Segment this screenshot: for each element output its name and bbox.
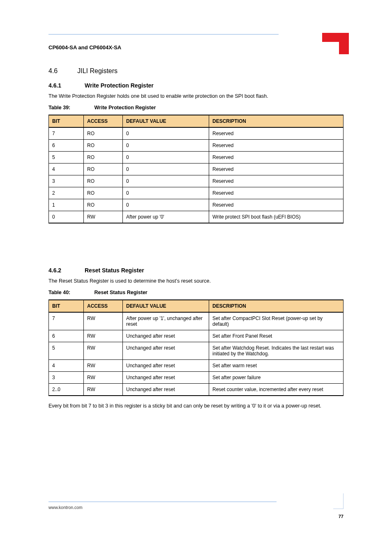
cell-bit: 2..0 [49, 383, 84, 396]
col-header-default: DEFAULT VALUE [123, 115, 209, 127]
cell-desc: Reset counter value, incremented after e… [209, 383, 344, 396]
subsection-title: Write Protection Register [85, 82, 154, 89]
cell-desc: Reserved [209, 139, 344, 151]
cell-bit: 7 [49, 127, 84, 140]
cell-access: RO [84, 127, 123, 140]
col-header-description: DESCRIPTION [209, 300, 344, 312]
section-number: 4.6 [48, 67, 58, 75]
table-caption-prefix: Table 39: [48, 105, 93, 111]
table-row: 5RWUnchanged after resetSet after Watchd… [49, 342, 344, 359]
cell-bit: 2 [49, 187, 84, 199]
subsection-paragraph: The Reset Status Register is used to det… [48, 278, 344, 285]
cell-def: 0 [123, 127, 209, 140]
cell-access: RW [84, 359, 123, 371]
cell-bit: 5 [49, 151, 84, 163]
cell-def: 0 [123, 151, 209, 163]
subsection-heading: 4.6.2 Reset Status Register [48, 267, 344, 274]
cell-desc: Set after power failure [209, 371, 344, 383]
cell-bit: 1 [49, 199, 84, 211]
cell-desc: Set after Watchdog Reset. Indicates the … [209, 342, 344, 359]
cell-access: RO [84, 139, 123, 151]
brand-bar-vertical [339, 33, 349, 54]
cell-def: 0 [123, 139, 209, 151]
cell-access: RW [84, 383, 123, 396]
subsection-note: Every bit from bit 7 to bit 3 in this re… [48, 403, 344, 410]
footer-rule [48, 502, 277, 502]
table-row: 3RWUnchanged after resetSet after power … [49, 371, 344, 383]
subsection-number: 4.6.1 [48, 82, 68, 89]
cell-def: 0 [123, 199, 209, 211]
cell-bit: 3 [49, 175, 84, 187]
section-title: JILI Registers [77, 67, 118, 75]
cell-def: 0 [123, 187, 209, 199]
cell-access: RW [84, 371, 123, 383]
cell-bit: 7 [49, 312, 84, 330]
table-row: 2RO0Reserved [49, 187, 344, 199]
table-header-row: BIT ACCESS DEFAULT VALUE DESCRIPTION [49, 115, 344, 127]
cell-access: RW [84, 211, 123, 223]
table-row: 3RO0Reserved [49, 175, 344, 187]
table-row: 6RWUnchanged after resetSet after Front … [49, 330, 344, 342]
cell-desc: Reserved [209, 187, 344, 199]
cell-bit: 5 [49, 342, 84, 359]
col-header-description: DESCRIPTION [209, 115, 344, 127]
footer: www.kontron.com [48, 505, 344, 510]
cell-access: RO [84, 187, 123, 199]
col-header-default: DEFAULT VALUE [123, 300, 209, 312]
col-header-access: ACCESS [84, 300, 123, 312]
cell-desc: Write protect SPI boot flash (uEFI BIOS) [209, 211, 344, 223]
table-caption-title: Reset Status Register [94, 290, 147, 295]
table-row: 4RWUnchanged after resetSet after warm r… [49, 359, 344, 371]
cell-def: Unchanged after reset [123, 371, 209, 383]
section-heading: 4.6 JILI Registers [48, 67, 344, 75]
cell-access: RO [84, 199, 123, 211]
cell-def: 0 [123, 175, 209, 187]
cell-access: RW [84, 342, 123, 359]
reset-status-register-table: BIT ACCESS DEFAULT VALUE DESCRIPTION 7RW… [48, 299, 344, 396]
subsection-paragraph: The Write Protection Register holds one … [48, 93, 344, 100]
table-row: 5RO0Reserved [49, 151, 344, 163]
cell-access: RO [84, 163, 123, 175]
cell-def: Unchanged after reset [123, 342, 209, 359]
table-row: 0RWAfter power up '0'Write protect SPI b… [49, 211, 344, 223]
table-caption-prefix: Table 40: [48, 290, 93, 295]
subsection-heading: 4.6.1 Write Protection Register [48, 82, 344, 89]
cell-access: RO [84, 151, 123, 163]
cell-bit: 6 [49, 139, 84, 151]
cell-access: RW [84, 330, 123, 342]
running-head: CP6004-SA and CP6004X-SA [48, 44, 121, 51]
table-header-row: BIT ACCESS DEFAULT VALUE DESCRIPTION [49, 300, 344, 312]
cell-def: 0 [123, 163, 209, 175]
table-row: 2..0RWUnchanged after resetReset counter… [49, 383, 344, 396]
cell-desc: Reserved [209, 127, 344, 140]
cell-bit: 4 [49, 359, 84, 371]
table-row: 1RO0Reserved [49, 199, 344, 211]
cell-access: RO [84, 175, 123, 187]
subsection-title: Reset Status Register [85, 267, 144, 274]
table-caption-title: Write Protection Register [94, 105, 156, 111]
cell-desc: Reserved [209, 151, 344, 163]
cell-desc: Reserved [209, 175, 344, 187]
cell-def: Unchanged after reset [123, 359, 209, 371]
cell-def: Unchanged after reset [123, 330, 209, 342]
table-row: 4RO0Reserved [49, 163, 344, 175]
cell-def: After power up '0' [123, 211, 209, 223]
cell-bit: 4 [49, 163, 84, 175]
page-number: 77 [339, 514, 344, 519]
cell-desc: Set after warm reset [209, 359, 344, 371]
header-rule [48, 34, 279, 35]
cell-def: Unchanged after reset [123, 383, 209, 396]
table-row: 7RO0Reserved [49, 127, 344, 140]
col-header-access: ACCESS [84, 115, 123, 127]
brand-mark [318, 33, 349, 55]
table-row: 7RWAfter power up '1', unchanged after r… [49, 312, 344, 330]
cell-access: RW [84, 312, 123, 330]
col-header-bit: BIT [49, 115, 84, 127]
table-caption: Table 40: Reset Status Register [48, 290, 344, 295]
table-caption: Table 39: Write Protection Register [48, 105, 344, 111]
cell-bit: 6 [49, 330, 84, 342]
cell-bit: 3 [49, 371, 84, 383]
write-protection-register-table: BIT ACCESS DEFAULT VALUE DESCRIPTION 7RO… [48, 115, 344, 223]
subsection-number: 4.6.2 [48, 267, 68, 274]
col-header-bit: BIT [49, 300, 84, 312]
